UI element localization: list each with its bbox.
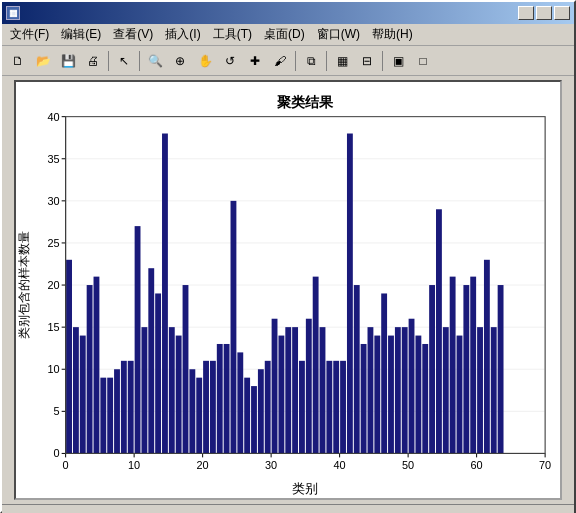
brush-button[interactable]: 🖌	[268, 49, 292, 73]
svg-rect-30	[196, 378, 202, 454]
svg-rect-11	[66, 260, 72, 454]
svg-rect-63	[422, 344, 428, 453]
svg-rect-40	[265, 361, 271, 454]
svg-rect-62	[415, 336, 421, 454]
svg-rect-56	[374, 336, 380, 454]
svg-rect-53	[354, 285, 360, 453]
title-bar-controls	[518, 6, 570, 20]
svg-text:10: 10	[48, 363, 60, 375]
colorbar-button[interactable]: ▦	[330, 49, 354, 73]
svg-rect-66	[443, 327, 449, 453]
menu-item-F[interactable]: 文件(F)	[4, 24, 55, 45]
svg-rect-33	[217, 344, 223, 453]
pan-button[interactable]: ✋	[193, 49, 217, 73]
svg-rect-49	[326, 361, 332, 454]
menu-bar: 文件(F)编辑(E)查看(V)插入(I)工具(T)桌面(D)窗口(W)帮助(H)	[2, 24, 574, 46]
zoom-button[interactable]: ⊕	[168, 49, 192, 73]
svg-rect-68	[457, 336, 463, 454]
separator-5	[382, 51, 383, 71]
svg-rect-59	[395, 327, 401, 453]
svg-rect-57	[381, 293, 387, 453]
close-button[interactable]	[554, 6, 570, 20]
svg-rect-38	[251, 386, 257, 453]
svg-text:5: 5	[54, 405, 60, 417]
svg-text:30: 30	[265, 459, 277, 471]
svg-text:类别包含的样本数量: 类别包含的样本数量	[17, 231, 31, 339]
svg-rect-23	[148, 268, 154, 453]
svg-text:20: 20	[48, 279, 60, 291]
new-button[interactable]: 🗋	[6, 49, 30, 73]
svg-rect-74	[498, 285, 504, 453]
svg-text:20: 20	[197, 459, 209, 471]
svg-rect-55	[368, 327, 374, 453]
svg-rect-71	[477, 327, 483, 453]
chart-inner: 0510152025303540010203040506070聚类结果类别类别包…	[16, 82, 560, 498]
svg-text:0: 0	[63, 459, 69, 471]
svg-rect-52	[347, 134, 353, 454]
chart-panel: 0510152025303540010203040506070聚类结果类别类别包…	[14, 80, 562, 500]
link-button[interactable]: ⧉	[299, 49, 323, 73]
menu-item-W[interactable]: 窗口(W)	[311, 24, 366, 45]
svg-rect-21	[135, 226, 141, 453]
chart-container: 0510152025303540010203040506070聚类结果类别类别包…	[2, 76, 574, 504]
window-icon: ▦	[6, 6, 20, 20]
svg-rect-61	[409, 319, 415, 454]
svg-rect-39	[258, 369, 264, 453]
svg-rect-19	[121, 361, 127, 454]
svg-rect-24	[155, 293, 161, 453]
svg-text:40: 40	[334, 459, 346, 471]
svg-text:70: 70	[539, 459, 551, 471]
svg-rect-58	[388, 336, 394, 454]
svg-rect-65	[436, 209, 442, 453]
menu-item-D[interactable]: 桌面(D)	[258, 24, 311, 45]
svg-rect-26	[169, 327, 175, 453]
svg-rect-17	[107, 378, 113, 454]
svg-rect-64	[429, 285, 435, 453]
menu-item-T[interactable]: 工具(T)	[207, 24, 258, 45]
svg-rect-36	[237, 352, 243, 453]
menu-item-V[interactable]: 查看(V)	[107, 24, 159, 45]
rotate-button[interactable]: ↺	[218, 49, 242, 73]
window: ▦ 文件(F)编辑(E)查看(V)插入(I)工具(T)桌面(D)窗口(W)帮助(…	[0, 0, 576, 513]
maximize-button[interactable]	[536, 6, 552, 20]
svg-text:35: 35	[48, 153, 60, 165]
axis-button[interactable]: □	[411, 49, 435, 73]
chart-svg: 0510152025303540010203040506070聚类结果类别类别包…	[16, 82, 560, 498]
svg-rect-16	[100, 378, 106, 454]
svg-rect-28	[183, 285, 189, 453]
svg-text:50: 50	[402, 459, 414, 471]
open-button[interactable]: 📂	[31, 49, 55, 73]
svg-rect-44	[292, 327, 298, 453]
menu-item-I[interactable]: 插入(I)	[159, 24, 206, 45]
svg-rect-15	[94, 277, 100, 454]
svg-rect-12	[73, 327, 79, 453]
svg-text:聚类结果: 聚类结果	[277, 94, 334, 110]
menu-item-E[interactable]: 编辑(E)	[55, 24, 107, 45]
svg-rect-51	[340, 361, 346, 454]
separator-3	[295, 51, 296, 71]
svg-rect-48	[320, 327, 326, 453]
svg-rect-25	[162, 134, 168, 454]
svg-text:40: 40	[48, 111, 60, 123]
zoom-in-button[interactable]: 🔍	[143, 49, 167, 73]
svg-rect-50	[333, 361, 339, 454]
save-button[interactable]: 💾	[56, 49, 80, 73]
legend-button[interactable]: ⊟	[355, 49, 379, 73]
toolbar: 🗋 📂 💾 🖨 ↖ 🔍 ⊕ ✋ ↺ ✚ 🖌 ⧉ ▦ ⊟ ▣ □	[2, 46, 574, 76]
svg-rect-41	[272, 319, 278, 454]
separator-4	[326, 51, 327, 71]
grid-button[interactable]: ▣	[386, 49, 410, 73]
menu-item-H[interactable]: 帮助(H)	[366, 24, 419, 45]
title-bar: ▦	[2, 2, 574, 24]
svg-text:类别: 类别	[292, 481, 318, 496]
svg-rect-60	[402, 327, 408, 453]
select-button[interactable]: ↖	[112, 49, 136, 73]
svg-text:60: 60	[471, 459, 483, 471]
print-button[interactable]: 🖨	[81, 49, 105, 73]
minimize-button[interactable]	[518, 6, 534, 20]
svg-rect-45	[299, 361, 305, 454]
svg-rect-20	[128, 361, 134, 454]
svg-rect-37	[244, 378, 250, 454]
data-cursor-button[interactable]: ✚	[243, 49, 267, 73]
svg-rect-31	[203, 361, 209, 454]
